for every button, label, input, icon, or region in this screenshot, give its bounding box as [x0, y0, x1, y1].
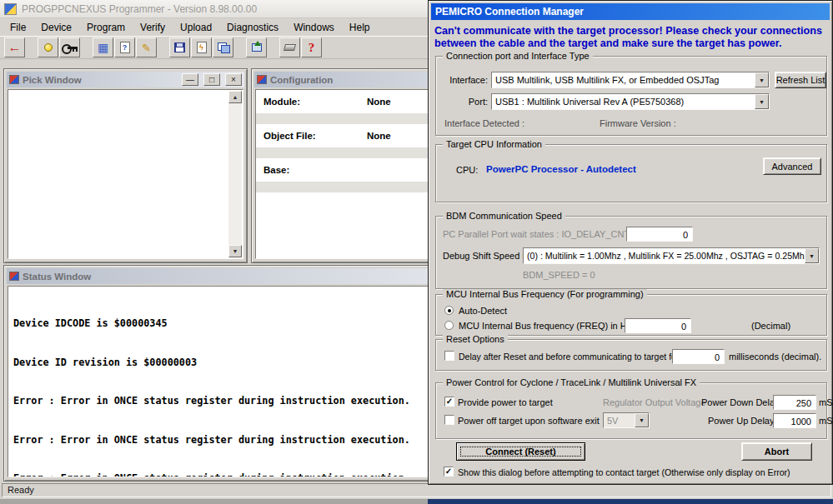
reset-group-label: Reset Options — [443, 334, 508, 344]
status-window-title: Status Window — [23, 272, 433, 282]
lamp-button[interactable] — [38, 37, 58, 57]
chevron-down-icon[interactable]: ▼ — [755, 72, 769, 87]
close-icon[interactable]: × — [225, 73, 242, 86]
manual-frequency-radio[interactable] — [444, 321, 454, 330]
parallel-wait-label: PC Parallel Port wait states : IO_DELAY_… — [443, 229, 637, 239]
interface-label: Interface: — [443, 75, 488, 85]
toolbar-separator — [234, 37, 246, 57]
pemicro-connection-manager-dialog: PEMICRO Connection Manager Can't communi… — [428, 0, 833, 485]
menu-program[interactable]: Program — [79, 20, 133, 35]
menu-upload[interactable]: Upload — [173, 20, 219, 35]
eraser-icon — [284, 44, 296, 51]
dialog-title: PEMICRO Connection Manager — [435, 6, 584, 17]
windows-icon — [218, 42, 229, 52]
chevron-down-icon[interactable]: ▼ — [805, 248, 819, 263]
cpu-label: CPU: — [456, 165, 478, 175]
pick-module-button[interactable]: ▦ — [93, 37, 113, 57]
refresh-list-button[interactable]: Refresh List — [775, 72, 826, 88]
abort-button[interactable]: Abort — [741, 442, 812, 461]
pick-window-icon — [9, 75, 19, 84]
io-delay-input[interactable]: 0 — [626, 227, 693, 242]
voltage-select[interactable]: 5V ▼ — [603, 412, 650, 428]
status-window-body: Device IDCODE is $00000345 Device ID rev… — [8, 286, 499, 477]
menu-help[interactable]: Help — [342, 20, 378, 35]
upload-window-icon — [252, 43, 262, 52]
toolbar-separator — [81, 37, 93, 57]
voltage-value: 5V — [604, 413, 635, 427]
power-up-unit: mS — [819, 416, 833, 426]
upload-button[interactable] — [246, 37, 267, 57]
menu-device[interactable]: Device — [33, 20, 79, 35]
pick-window-title: Pick Window — [23, 75, 177, 85]
auto-detect-radio[interactable] — [444, 306, 454, 315]
frequency-label: MCU Internal Bus frequency (FREQ) in Hz … — [459, 321, 640, 331]
status-line: Error : Error in ONCE status register du… — [13, 395, 494, 408]
verify-button[interactable] — [213, 37, 233, 57]
floppy-icon — [174, 42, 185, 52]
exit-button[interactable]: ← — [4, 37, 25, 57]
connection-group-label: Connection port and Interface Type — [443, 51, 593, 61]
auto-detect-label: Auto-Detect — [459, 306, 507, 316]
help-button[interactable]: ? — [301, 37, 322, 57]
debug-shift-label: Debug Shift Speed = — [443, 251, 528, 261]
dialog-title-bar[interactable]: PEMICRO Connection Manager — [431, 3, 830, 20]
menu-windows[interactable]: Windows — [286, 20, 342, 35]
object-file-button[interactable]: ? — [114, 37, 135, 57]
status-line: Device IDCODE is $00000345 — [13, 317, 494, 331]
program-button[interactable]: ϟ — [191, 37, 212, 57]
mcu-frequency-group: MCU Internal Bus Frequency (For programm… — [435, 294, 827, 336]
maximize-icon[interactable]: □ — [203, 73, 220, 86]
decimal-note: (Decimal) — [751, 321, 790, 331]
chevron-down-icon[interactable]: ▼ — [635, 413, 649, 427]
status-line: Error : Error in ONCE status register du… — [13, 434, 494, 447]
menu-verify[interactable]: Verify — [133, 20, 173, 35]
power-off-checkbox[interactable] — [444, 415, 454, 425]
status-window-icon — [9, 272, 19, 281]
provide-power-checkbox[interactable]: ✓ — [444, 397, 454, 407]
provide-power-label: Provide power to target — [458, 397, 553, 407]
exit-arrow-icon: ← — [8, 42, 22, 53]
pick-window-list[interactable]: ▲ ▼ — [8, 89, 243, 259]
connect-reset-button[interactable]: Connect (Reset) — [456, 442, 585, 461]
toolbar-separator — [268, 37, 279, 57]
reset-delay-checkbox[interactable] — [444, 351, 454, 361]
scroll-down-icon[interactable]: ▼ — [228, 245, 242, 257]
status-log: Device IDCODE is $00000345 Device ID rev… — [8, 287, 499, 477]
pick-window-title-bar[interactable]: Pick Window — □ × — [7, 72, 244, 87]
help-question-icon: ? — [309, 41, 315, 55]
interface-select[interactable]: USB Multilink, USB Multilink FX, or Embe… — [491, 72, 770, 88]
milliseconds-note: milliseconds (decimal). — [729, 352, 821, 362]
save-button[interactable] — [169, 37, 190, 57]
edit-button[interactable]: ✎ — [136, 37, 157, 57]
toolbar-separator — [158, 37, 169, 57]
debug-shift-select[interactable]: (0) : Multilink = 1.00Mhz , Multilink FX… — [523, 247, 820, 264]
configuration-window-icon — [257, 75, 267, 84]
app-icon — [4, 3, 17, 15]
reset-options-group: Reset Options Delay after Reset and befo… — [435, 339, 827, 371]
power-up-delay-label: Power Up Delay — [708, 416, 774, 426]
erase-button[interactable] — [279, 37, 300, 57]
power-control-group: Power Control for Cyclone / TraceLink / … — [435, 382, 827, 439]
power-down-delay-input[interactable]: 250 — [773, 395, 816, 410]
menu-file[interactable]: File — [3, 20, 33, 35]
advanced-button[interactable]: Advanced — [763, 157, 821, 175]
module-grid-icon: ▦ — [98, 42, 108, 53]
reset-delay-input[interactable]: 0 — [672, 349, 725, 364]
chevron-down-icon[interactable]: ▼ — [755, 94, 769, 109]
port-selected-value: USB1 : Multilink Universal Rev A (PE5750… — [492, 94, 755, 109]
power-up-delay-input[interactable]: 1000 — [773, 413, 816, 428]
vertical-scrollbar[interactable]: ▲ ▼ — [228, 91, 242, 257]
port-select[interactable]: USB1 : Multilink Universal Rev A (PE5750… — [491, 93, 770, 110]
module-label: Module: — [263, 97, 367, 107]
minimize-icon[interactable]: — — [182, 73, 198, 86]
bdm-group-label: BDM Communication Speed — [443, 211, 565, 221]
frequency-input[interactable]: 0 — [625, 318, 691, 333]
interface-selected-value: USB Multilink, USB Multilink FX, or Embe… — [492, 72, 755, 87]
key-button[interactable] — [59, 37, 80, 57]
reset-delay-label: Delay after Reset and before communicati… — [459, 352, 679, 362]
show-dialog-checkbox[interactable]: ✓ — [444, 467, 454, 477]
power-off-label: Power off target upon software exit — [458, 416, 600, 426]
status-window-title-bar[interactable]: Status Window — □ × — [7, 268, 500, 284]
menu-diagnostics[interactable]: Diagnostics — [219, 20, 286, 35]
scroll-up-icon[interactable]: ▲ — [228, 91, 242, 103]
